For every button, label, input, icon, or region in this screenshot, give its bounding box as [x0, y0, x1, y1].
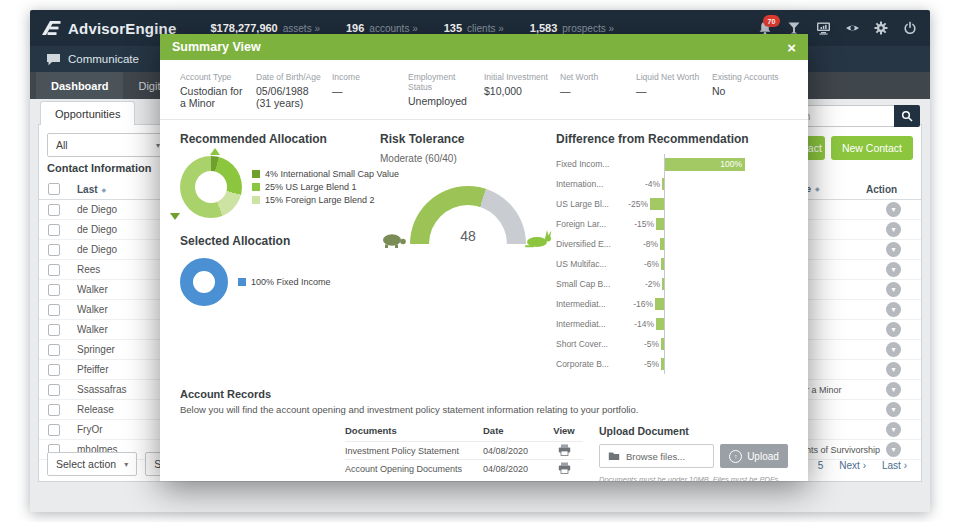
allocation-column: Recommended Allocation 4% International … — [180, 132, 380, 374]
selected-legend: 100% Fixed Income — [238, 277, 331, 287]
row-action-button[interactable]: ▾ — [886, 282, 901, 297]
account-records-description: Below you will find the account opening … — [180, 404, 788, 415]
stat-value: $178,277,960 — [210, 22, 277, 34]
difference-bar-row: Intermediat... -14% — [556, 314, 788, 334]
communicate-label[interactable]: Communicate — [68, 53, 139, 65]
select-action-dropdown[interactable]: Select action ▾ — [47, 452, 137, 476]
row-action-button[interactable]: ▾ — [886, 322, 901, 337]
upload-button[interactable]: ↑ Upload — [720, 444, 788, 468]
topbar-stat[interactable]: 196 accounts » — [346, 22, 418, 34]
select-all-checkbox[interactable] — [48, 183, 60, 195]
chevron-down-icon: ▾ — [891, 346, 895, 354]
difference-bar-row: US Large Bl... -25% — [556, 194, 788, 214]
filter-dropdown[interactable]: All ▾ — [47, 133, 169, 157]
chevron-down-icon: ▾ — [891, 366, 895, 374]
row-checkbox[interactable] — [48, 304, 60, 316]
row-checkbox[interactable] — [48, 324, 60, 336]
next-page-button[interactable]: Next › — [833, 457, 872, 474]
upload-arrow-icon: ↑ — [729, 450, 742, 463]
risk-gauge: 48 — [410, 186, 526, 244]
row-action-button[interactable]: ▾ — [886, 442, 901, 457]
chevron-down-icon: ▾ — [891, 326, 895, 334]
advisorengine-logo[interactable]: AdvisorEngine — [42, 20, 176, 37]
row-checkbox[interactable] — [48, 404, 60, 416]
search-button[interactable] — [894, 105, 920, 127]
documents-table-header: Documents Date View — [345, 425, 583, 441]
chevron-down-icon: ▾ — [891, 286, 895, 294]
new-contact-button[interactable]: New Contact — [831, 136, 913, 160]
topbar-stats: $178,277,960 assets » 196 accounts » 135… — [210, 22, 614, 34]
last-page-button[interactable]: Last › — [876, 457, 913, 474]
row-checkbox[interactable] — [48, 224, 60, 236]
column-header-type[interactable]: e◆ — [806, 184, 866, 194]
row-action-button[interactable]: ▾ — [886, 202, 901, 217]
power-icon[interactable] — [902, 20, 918, 36]
recommended-allocation-donut-chart — [180, 156, 242, 218]
row-checkbox[interactable] — [48, 344, 60, 356]
cell-last: Pfeiffer — [77, 364, 162, 375]
column-header-last[interactable]: Last◆ — [77, 184, 162, 195]
row-checkbox[interactable] — [48, 284, 60, 296]
bar-label: Fixed Incom... — [556, 159, 622, 169]
turtle-icon — [380, 232, 408, 253]
row-checkbox[interactable] — [48, 424, 60, 436]
difference-column: Difference from Recommendation Fixed Inc… — [556, 132, 788, 374]
monitor-icon[interactable] — [815, 20, 831, 36]
summary-field: Initial Investment $10,000 — [484, 72, 560, 109]
legend-label: 4% International Small Cap Value — [265, 169, 399, 179]
row-checkbox[interactable] — [48, 264, 60, 276]
bar-value: -15% — [634, 219, 654, 229]
bar-value: 100% — [720, 159, 745, 169]
summary-field: Employment Status Unemployed — [408, 72, 484, 109]
row-action-button[interactable]: ▾ — [886, 382, 901, 397]
printer-icon[interactable] — [558, 462, 571, 474]
document-row: Investment Policy Statement 04/08/2020 — [345, 441, 583, 459]
row-action-button[interactable]: ▾ — [886, 422, 901, 437]
row-checkbox[interactable] — [48, 384, 60, 396]
document-row: Account Opening Documents 04/08/2020 — [345, 459, 583, 477]
legend-swatch — [252, 196, 260, 204]
topbar-stat[interactable]: 1,583 prospects » — [530, 22, 614, 34]
gear-icon[interactable] — [873, 20, 889, 36]
browse-files-input[interactable]: Browse files... — [599, 444, 714, 468]
field-value: — — [332, 85, 400, 97]
bar-label: Intermediat... — [556, 299, 622, 309]
row-action-button[interactable]: ▾ — [886, 402, 901, 417]
account-records-section: Account Records Below you will find the … — [160, 374, 808, 484]
legend-item: 15% Foreign Large Blend 2 — [252, 195, 399, 205]
close-icon[interactable]: × — [787, 40, 796, 55]
topbar-stat[interactable]: $178,277,960 assets » — [210, 22, 320, 34]
modal-header: Summary View × — [160, 34, 808, 60]
logo-mark-icon — [42, 21, 61, 35]
notification-badge: 70 — [763, 15, 780, 27]
row-checkbox[interactable] — [48, 364, 60, 376]
field-label: Initial Investment — [484, 72, 552, 82]
row-action-button[interactable]: ▾ — [886, 302, 901, 317]
row-action-button[interactable]: ▾ — [886, 222, 901, 237]
difference-bar-row: Foreign Lar... -15% — [556, 214, 788, 234]
stat-label: accounts » — [369, 23, 417, 34]
topbar-stat[interactable]: 135 clients » — [444, 22, 504, 34]
caret-down-icon: ▾ — [124, 460, 128, 469]
selected-allocation-title: Selected Allocation — [180, 234, 380, 248]
row-checkbox[interactable] — [48, 204, 60, 216]
row-action-button[interactable]: ▾ — [886, 262, 901, 277]
document-name: Investment Policy Statement — [345, 446, 483, 456]
printer-icon[interactable] — [558, 444, 571, 456]
tab-dashboard[interactable]: Dashboard — [36, 72, 123, 99]
eye-icon[interactable] — [844, 20, 860, 36]
bar-value: -16% — [633, 299, 653, 309]
row-checkbox[interactable] — [48, 244, 60, 256]
row-action-button[interactable]: ▾ — [886, 242, 901, 257]
page-number[interactable]: 5 — [812, 457, 830, 474]
upload-document-section: Upload Document Browse files... ↑ Upload… — [599, 425, 788, 484]
legend-swatch — [252, 183, 260, 191]
tab-opportunities[interactable]: Opportunities — [40, 101, 135, 125]
document-rows: Investment Policy Statement 04/08/2020 A… — [345, 441, 583, 477]
summary-field: Date of Birth/Age 05/06/1988 (31 years) — [256, 72, 332, 109]
cell-type-fragment: r a Minor — [806, 385, 842, 395]
cell-last: Walker — [77, 304, 162, 315]
document-date: 04/08/2020 — [483, 446, 545, 456]
row-action-button[interactable]: ▾ — [886, 342, 901, 357]
row-action-button[interactable]: ▾ — [886, 362, 901, 377]
